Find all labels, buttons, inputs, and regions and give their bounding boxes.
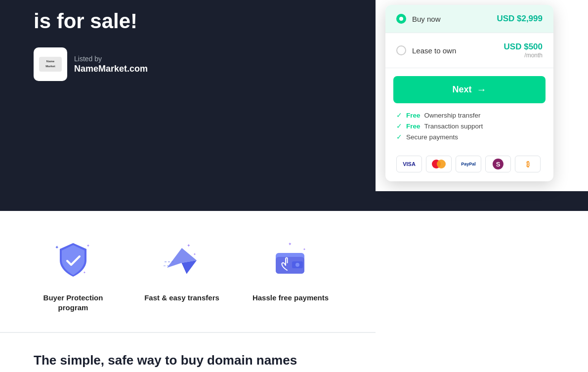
payment-icons: VISA PayPal S <box>385 151 553 181</box>
feature-fast-transfers: ✦ ✦ Fast & easy transfers <box>142 236 221 303</box>
benefit-ownership: ✓ Free Ownership transfer <box>396 111 543 119</box>
lease-option[interactable]: Lease to own USD $500 /month <box>385 33 553 68</box>
buy-now-radio[interactable] <box>396 14 406 24</box>
svg-text:✦: ✦ <box>288 242 292 247</box>
mastercard-icon <box>426 156 452 172</box>
hassle-free-label: Hassle free payments <box>252 293 329 303</box>
visa-icon: VISA <box>396 156 422 172</box>
plane-icon: ✦ ✦ <box>157 236 207 285</box>
paypal-icon: PayPal <box>456 156 481 172</box>
benefit-transaction: ✓ Free Transaction support <box>396 122 543 130</box>
wallet-icon: ✦ ✦ <box>266 236 315 285</box>
buyer-protection-label: Buyer Protection program <box>34 293 113 312</box>
listed-by-text: Listed by NameMarket.com <box>74 55 148 74</box>
listed-by-section: Name Market Listed by NameMarket.com <box>34 47 342 81</box>
benefits-list: ✓ Free Ownership transfer ✓ Free Transac… <box>385 103 553 151</box>
check-icon: ✓ <box>396 111 402 119</box>
buy-now-option[interactable]: Buy now USD $2,999 <box>385 5 553 33</box>
svg-text:✦: ✦ <box>55 245 59 250</box>
svg-text:✦: ✦ <box>187 243 191 248</box>
check-icon: ✓ <box>396 133 402 141</box>
info-section: The simple, safe way to buy domain names… <box>0 333 376 372</box>
svg-point-20 <box>295 263 299 267</box>
svg-text:✦: ✦ <box>83 271 86 274</box>
right-column: Buy now USD $2,999 Lease to own <box>376 0 588 191</box>
buy-now-price: USD $2,999 <box>497 14 543 24</box>
svg-text:✦: ✦ <box>193 252 196 256</box>
page-wrapper: is for sale! Name Market Listed by NameM… <box>0 0 588 372</box>
lease-price: USD $500 /month <box>504 42 543 59</box>
feature-hassle-free: ✦ ✦ Hassle free payments <box>251 236 330 303</box>
lease-radio[interactable] <box>396 45 406 55</box>
pricing-card: Buy now USD $2,999 Lease to own <box>385 5 553 181</box>
buy-now-label: Buy now <box>412 15 441 23</box>
next-button[interactable]: Next → <box>393 76 546 103</box>
shield-icon: ✦ ✦ ✦ <box>48 236 98 285</box>
pricing-options: Buy now USD $2,999 Lease to own <box>385 5 553 68</box>
fast-transfers-label: Fast & easy transfers <box>144 293 219 303</box>
benefit-secure: ✓ Secure payments <box>396 133 543 141</box>
features-section: ✦ ✦ ✦ Buyer Protection program <box>0 211 376 332</box>
svg-text:Market: Market <box>45 65 55 68</box>
feature-buyer-protection: ✦ ✦ ✦ Buyer Protection program <box>34 236 113 312</box>
check-icon: ✓ <box>396 122 402 130</box>
svg-rect-0 <box>39 57 62 72</box>
svg-text:✦: ✦ <box>86 244 90 248</box>
svg-text:Name: Name <box>46 60 55 63</box>
namemarket-logo: Name Market <box>34 47 67 81</box>
arrow-icon: → <box>477 84 487 95</box>
page-title: is for sale! <box>34 10 342 33</box>
lease-label: Lease to own <box>412 46 456 55</box>
features-grid: ✦ ✦ ✦ Buyer Protection program <box>34 236 342 312</box>
bitcoin-icon: ₿ <box>515 156 541 172</box>
top-dark-left: is for sale! Name Market Listed by NameM… <box>0 0 376 191</box>
svg-text:S: S <box>496 161 501 168</box>
info-title: The simple, safe way to buy domain names <box>34 353 342 368</box>
skrill-icon: S <box>485 156 511 172</box>
svg-text:✦: ✦ <box>303 248 306 251</box>
top-section: is for sale! Name Market Listed by NameM… <box>0 0 588 211</box>
